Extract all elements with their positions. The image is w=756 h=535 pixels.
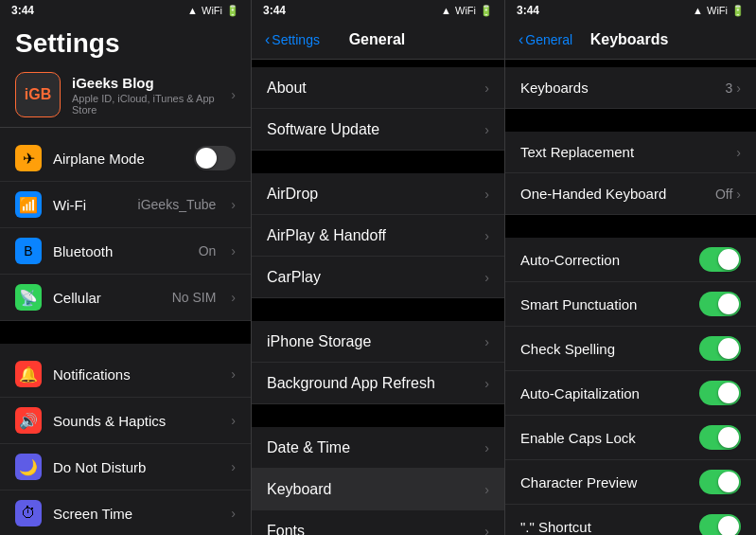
mid-signal-icon: ▲: [441, 5, 451, 16]
period-shortcut-label: "." Shortcut: [520, 519, 699, 535]
sounds-item[interactable]: 🔊 Sounds & Haptics ›: [0, 398, 251, 444]
profile-name: iGeeks Blog: [72, 75, 220, 91]
mid-sep-1: [252, 151, 504, 173]
right-header: ‹ General Keyboards: [505, 21, 756, 60]
fonts-chevron: ›: [484, 524, 489, 536]
profile-info: iGeeks Blog Apple ID, iCloud, iTunes & A…: [72, 75, 220, 116]
date-time-item[interactable]: Date & Time ›: [252, 427, 504, 469]
bluetooth-icon: B: [15, 238, 42, 264]
cellular-label: Cellular: [53, 290, 161, 306]
bluetooth-value: On: [199, 243, 217, 259]
check-spelling-toggle[interactable]: [699, 336, 741, 361]
auto-capitalization-label: Auto-Capitalization: [520, 385, 699, 401]
airplane-toggle[interactable]: [194, 146, 236, 170]
text-replacement-item[interactable]: Text Replacement ›: [505, 132, 756, 173]
about-label: About: [267, 80, 484, 97]
software-update-label: Software Update: [267, 121, 484, 138]
status-bar-right: 3:44 ▲ WiFi 🔋: [505, 0, 756, 21]
bluetooth-label: Bluetooth: [53, 243, 187, 259]
smart-punctuation-item[interactable]: Smart Punctuation: [505, 282, 756, 327]
status-icons-right: ▲ WiFi 🔋: [693, 5, 745, 17]
status-icons-mid: ▲ WiFi 🔋: [441, 5, 493, 17]
right-top-sep: [505, 60, 756, 67]
check-spelling-item[interactable]: Check Spelling: [505, 327, 756, 371]
screentime-chevron: ›: [231, 506, 236, 521]
right-scroll[interactable]: Keyboards 3 › Text Replacement › One-Han…: [505, 60, 756, 535]
one-handed-label: One-Handed Keyboard: [520, 186, 715, 202]
carplay-item[interactable]: CarPlay ›: [252, 257, 504, 298]
wifi-value: iGeeks_Tube: [138, 197, 217, 212]
keyboards-item[interactable]: Keyboards 3 ›: [505, 67, 756, 109]
status-bar-mid: 3:44 ▲ WiFi 🔋: [252, 0, 504, 21]
keyboards-chevron: ›: [736, 80, 741, 96]
auto-correction-item[interactable]: Auto-Correction: [505, 238, 756, 282]
sounds-chevron: ›: [231, 413, 236, 428]
status-icons-left: ▲ WiFi 🔋: [187, 5, 239, 17]
dnd-item[interactable]: 🌙 Do Not Disturb ›: [0, 444, 251, 490]
auto-capitalization-toggle[interactable]: [699, 381, 741, 405]
iphone-storage-label: iPhone Storage: [267, 333, 484, 350]
date-time-chevron: ›: [484, 440, 489, 455]
background-app-refresh-label: Background App Refresh: [267, 375, 484, 392]
mid-top-sep: [252, 60, 504, 67]
auto-capitalization-item[interactable]: Auto-Capitalization: [505, 371, 756, 416]
cellular-chevron: ›: [231, 290, 236, 305]
mid-header: ‹ Settings General: [252, 21, 504, 60]
cellular-icon: 📡: [15, 284, 42, 311]
profile-row[interactable]: iGB iGeeks Blog Apple ID, iCloud, iTunes…: [0, 62, 251, 128]
airplane-icon: ✈: [15, 145, 42, 171]
about-item[interactable]: About ›: [252, 67, 504, 109]
fonts-item[interactable]: Fonts ›: [252, 510, 504, 535]
airdrop-item[interactable]: AirDrop ›: [252, 173, 504, 215]
mid-back-button[interactable]: ‹ Settings: [265, 32, 320, 47]
sounds-label: Sounds & Haptics: [53, 413, 220, 429]
right-back-button[interactable]: ‹ General: [519, 32, 572, 47]
keyboard-item[interactable]: Keyboard ›: [252, 469, 504, 510]
about-chevron: ›: [484, 80, 489, 96]
iphone-storage-chevron: ›: [484, 334, 489, 349]
iphone-storage-item[interactable]: iPhone Storage ›: [252, 321, 504, 363]
enable-caps-lock-toggle[interactable]: [699, 425, 741, 450]
character-preview-toggle[interactable]: [699, 470, 741, 494]
left-scroll[interactable]: ✈ Airplane Mode 📶 Wi-Fi iGeeks_Tube › B …: [0, 128, 251, 535]
airplane-mode-item[interactable]: ✈ Airplane Mode: [0, 135, 251, 182]
character-preview-label: Character Preview: [520, 474, 699, 490]
left-panel: 3:44 ▲ WiFi 🔋 Settings iGB iGeeks Blog A…: [0, 0, 252, 535]
right-signal-icon: ▲: [693, 5, 703, 16]
right-sep-2: [505, 215, 756, 238]
bluetooth-item[interactable]: B Bluetooth On ›: [0, 228, 251, 275]
right-sep-1: [505, 109, 756, 132]
background-app-refresh-chevron: ›: [484, 376, 489, 391]
smart-punctuation-toggle[interactable]: [699, 292, 741, 316]
software-update-item[interactable]: Software Update ›: [252, 109, 504, 151]
airdrop-label: AirDrop: [267, 186, 484, 203]
period-shortcut-toggle[interactable]: [699, 514, 741, 535]
auto-correction-toggle[interactable]: [699, 247, 741, 272]
airplay-handoff-item[interactable]: AirPlay & Handoff ›: [252, 215, 504, 257]
right-nav: ‹ General Keyboards: [519, 27, 743, 53]
settings-title: Settings: [0, 21, 251, 62]
background-app-refresh-item[interactable]: Background App Refresh ›: [252, 363, 504, 404]
mid-title: General: [349, 31, 406, 48]
wifi-item[interactable]: 📶 Wi-Fi iGeeks_Tube ›: [0, 182, 251, 228]
smart-punctuation-label: Smart Punctuation: [520, 296, 699, 312]
keyboards-label: Keyboards: [520, 80, 726, 96]
notifications-label: Notifications: [53, 366, 220, 383]
screentime-item[interactable]: ⏱ Screen Time ›: [0, 490, 251, 535]
period-shortcut-item[interactable]: "." Shortcut: [505, 505, 756, 535]
mid-scroll[interactable]: About › Software Update › AirDrop › AirP…: [252, 60, 504, 535]
notifications-item[interactable]: 🔔 Notifications ›: [0, 351, 251, 398]
time-mid: 3:44: [263, 4, 286, 17]
screentime-label: Screen Time: [53, 506, 220, 522]
mid-nav: ‹ Settings General: [265, 27, 491, 53]
mid-sep-2: [252, 298, 504, 321]
settings-group-2: 🔔 Notifications › 🔊 Sounds & Haptics › 🌙…: [0, 351, 251, 535]
signal-icon: ▲: [187, 5, 198, 16]
status-bar-left: 3:44 ▲ WiFi 🔋: [0, 0, 251, 21]
character-preview-item[interactable]: Character Preview: [505, 460, 756, 505]
wifi-icon: WiFi: [202, 5, 222, 16]
check-spelling-label: Check Spelling: [520, 341, 699, 357]
cellular-item[interactable]: 📡 Cellular No SIM ›: [0, 275, 251, 321]
one-handed-keyboard-item[interactable]: One-Handed Keyboard Off ›: [505, 173, 756, 215]
enable-caps-lock-item[interactable]: Enable Caps Lock: [505, 416, 756, 460]
